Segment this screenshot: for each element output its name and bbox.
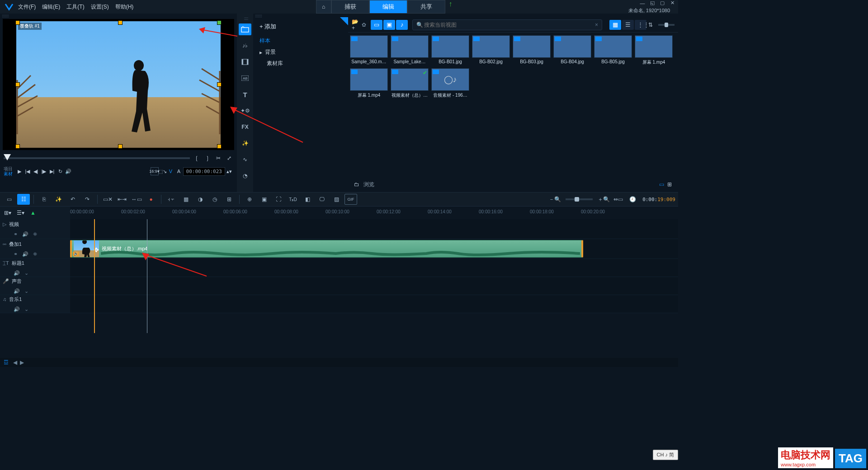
- zoom-in-icon[interactable]: ＋🔍: [597, 194, 610, 205]
- audio-step-icon[interactable]: ♪♭: [239, 40, 251, 52]
- multicam-button[interactable]: ▦: [179, 194, 192, 205]
- mute-icon[interactable]: 🔊: [22, 251, 28, 257]
- handle-bm[interactable]: [118, 144, 123, 149]
- split-icon[interactable]: ✂: [214, 154, 222, 162]
- maximize-button[interactable]: ▢: [659, 0, 665, 6]
- subtitle-step-icon[interactable]: AB: [239, 72, 251, 84]
- restore-button[interactable]: ◱: [649, 0, 656, 6]
- delete-clip-button[interactable]: ▭✕: [101, 194, 114, 205]
- view-list-button[interactable]: ☰: [622, 20, 634, 30]
- screen-record-icon[interactable]: ▭: [657, 180, 665, 188]
- timecode-menu-icon[interactable]: ▴▾: [225, 167, 233, 175]
- handle-tr[interactable]: [217, 20, 222, 25]
- loop-button[interactable]: ↻: [56, 167, 64, 175]
- 3d-title-button[interactable]: T₃D: [287, 194, 299, 205]
- sort-icon[interactable]: ⇅: [646, 21, 655, 29]
- timeline-ruler[interactable]: 00:00:00:0000:00:02:0000:00:04:0000:00:0…: [70, 207, 678, 219]
- auto-tools-button[interactable]: ✨: [52, 194, 65, 205]
- screen-cap-button[interactable]: 🖵: [316, 194, 328, 205]
- motion-step-icon[interactable]: ∿: [239, 154, 251, 165]
- snapshot-button[interactable]: ▨: [330, 194, 343, 205]
- tree-library[interactable]: 素材库: [253, 58, 348, 69]
- track-manager-icon[interactable]: ⊞▾: [4, 209, 12, 217]
- options-icon[interactable]: ⊞: [665, 180, 674, 188]
- media-item[interactable]: BG-B04.jpg: [553, 35, 591, 66]
- slip-button[interactable]: ↔▭: [130, 194, 143, 205]
- split-screen-button[interactable]: ⊞: [223, 194, 236, 205]
- link-icon[interactable]: ⚭: [14, 231, 18, 237]
- timeline-view-button[interactable]: ☷: [17, 194, 30, 205]
- tab-share[interactable]: 共享: [407, 0, 445, 14]
- go-start-button[interactable]: |◀: [24, 167, 32, 175]
- media-item[interactable]: ◯♪音频素材 - 196…: [431, 68, 469, 99]
- mute-icon[interactable]: 🔊: [14, 288, 20, 294]
- ripple-delete-button[interactable]: ⇤⇥: [116, 194, 128, 205]
- minimize-button[interactable]: —: [639, 0, 646, 6]
- mode-project[interactable]: 项目: [4, 166, 13, 171]
- mute-icon[interactable]: 🔊: [14, 306, 20, 312]
- pan-zoom-button[interactable]: ⫞⫟: [165, 194, 178, 205]
- gif-button[interactable]: GIF: [344, 194, 357, 205]
- filter-audio-button[interactable]: ♪: [396, 20, 408, 30]
- chevron-down-icon[interactable]: ⌄: [24, 288, 28, 294]
- go-end-button[interactable]: ▶|: [48, 167, 56, 175]
- upload-icon[interactable]: ↑: [449, 0, 453, 14]
- preview-scrubber[interactable]: [4, 157, 190, 159]
- play-button[interactable]: ▶: [15, 167, 24, 175]
- view-thumb-button[interactable]: ▦: [609, 20, 621, 30]
- tree-add[interactable]: + 添加: [253, 21, 348, 33]
- a-button[interactable]: A: [175, 167, 183, 175]
- handle-tm[interactable]: [118, 20, 123, 25]
- fx-icon[interactable]: ⁜: [33, 231, 37, 237]
- handle-bl[interactable]: [15, 144, 20, 149]
- browse-icon[interactable]: 🗀: [353, 180, 361, 188]
- media-item[interactable]: Sample_Lake…: [391, 35, 429, 66]
- motion-track-button[interactable]: ⊕: [243, 194, 256, 205]
- media-item[interactable]: 屏幕 1.mp4: [350, 68, 388, 99]
- scroll-left-icon[interactable]: ◀: [13, 359, 17, 366]
- tree-background[interactable]: ▸背景: [253, 47, 348, 58]
- storyboard-view-button[interactable]: ▭: [3, 194, 15, 205]
- mark-out-icon[interactable]: ❳: [203, 154, 212, 162]
- clear-search-icon[interactable]: ×: [595, 22, 598, 28]
- panel-grip[interactable]: ::::::::::: [0, 14, 237, 17]
- v-button[interactable]: V: [167, 167, 175, 175]
- tracking-step-icon[interactable]: ◔: [239, 170, 251, 182]
- view-detail-button[interactable]: ⋮⋮: [635, 20, 646, 30]
- panel-grip-3[interactable]: ::::::::::: [253, 14, 678, 17]
- redo-button[interactable]: ↷: [81, 194, 94, 205]
- search-field[interactable]: [423, 21, 595, 28]
- filter-video-button[interactable]: ▭: [371, 20, 382, 30]
- expand-icon[interactable]: ⤢: [225, 154, 233, 162]
- prev-frame-button[interactable]: ◀|: [32, 167, 40, 175]
- scroll-up-icon[interactable]: ▲: [29, 209, 37, 217]
- link-icon[interactable]: ⚭: [14, 251, 18, 257]
- tree-sample[interactable]: 样本: [253, 35, 348, 47]
- time-remap-button[interactable]: ◷: [208, 194, 221, 205]
- chevron-down-icon[interactable]: ⌄: [24, 270, 28, 276]
- copy-attr-button[interactable]: ⎘: [38, 194, 50, 205]
- media-item[interactable]: ✔视频素材（总）…: [391, 68, 429, 99]
- playhead-marker[interactable]: [147, 219, 147, 333]
- media-item[interactable]: BG-B01.jpg: [431, 35, 469, 66]
- fx-icon[interactable]: ⁜: [33, 251, 37, 257]
- filter-photo-button[interactable]: ▣: [383, 20, 395, 30]
- menu-tools[interactable]: 工具(T): [66, 3, 84, 11]
- menu-file[interactable]: 文件(F): [18, 3, 36, 11]
- chevron-down-icon[interactable]: ⌄: [24, 306, 28, 312]
- media-step-icon[interactable]: [239, 24, 251, 35]
- playhead-orange[interactable]: [94, 219, 95, 333]
- resize-button[interactable]: ⬚↘: [159, 167, 167, 175]
- track-lines-icon[interactable]: ☰▾: [16, 209, 24, 217]
- undo-button[interactable]: ↶: [66, 194, 79, 205]
- tab-edit[interactable]: 编辑: [369, 0, 407, 14]
- color-step-icon[interactable]: ✨: [239, 137, 251, 149]
- title-step-icon[interactable]: T: [239, 89, 251, 100]
- tab-home[interactable]: ⌂: [316, 0, 331, 14]
- record-button[interactable]: ●: [145, 194, 157, 205]
- media-item[interactable]: BG-B05.jpg: [594, 35, 632, 66]
- handle-tl[interactable]: [15, 20, 20, 25]
- scroll-right-icon[interactable]: ▶: [20, 359, 24, 366]
- media-item[interactable]: Sample_360.m…: [350, 35, 388, 66]
- import-icon[interactable]: 📂+: [352, 21, 360, 29]
